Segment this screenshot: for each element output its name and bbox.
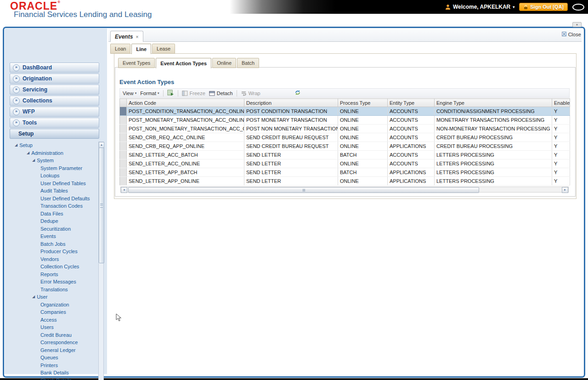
column-header[interactable]: Action Code	[127, 99, 244, 107]
accordion-item[interactable]: » Servicing	[10, 85, 99, 95]
table-horizontal-scrollbar[interactable]: ◄ ►	[120, 187, 569, 193]
tab[interactable]: Line	[131, 44, 151, 54]
cell-process-type[interactable]: ONLINE	[338, 107, 388, 116]
cell-engine-type[interactable]: MONETRARY TRANSACTIONS PROCESSING	[435, 116, 552, 125]
cell-engine-type[interactable]: LETTERS PROCESSING	[435, 168, 552, 177]
cell-process-type[interactable]: ONLINE	[338, 116, 388, 125]
tree-item[interactable]: ◢ Bank Details	[10, 369, 97, 377]
accordion-item[interactable]: » Collections	[10, 96, 99, 106]
tree-item[interactable]: ◢ System	[10, 157, 97, 164]
cell-description[interactable]: POST MONETARY TRANSACTION	[244, 116, 338, 125]
scroll-left-button[interactable]: ◄	[121, 187, 127, 193]
subtab[interactable]: Event Types	[118, 58, 155, 68]
cell-action-code[interactable]: SEND_LETTER_APP_ONLINE	[127, 177, 244, 186]
tree-item[interactable]: ◢ User Defined Tables	[10, 180, 97, 187]
chat-bubble-icon[interactable]	[572, 4, 584, 11]
cell-description[interactable]: SEND LETTER	[244, 159, 338, 168]
tree-item[interactable]: ◢ Users	[10, 323, 97, 331]
cell-action-code[interactable]: SEND_CRB_REQ_APP_ONLINE	[127, 142, 244, 151]
tree-item[interactable]: ◢ System Parameter	[10, 164, 97, 172]
tree-item[interactable]: ◢ User	[10, 293, 97, 301]
tree-item[interactable]: ◢ Vendors	[10, 255, 97, 263]
cell-entity-type[interactable]: APPLICATIONS	[388, 177, 435, 186]
table-row[interactable]: POST_MONETARY_TRANSACTION_ACC_ONLINE POS…	[120, 116, 570, 125]
subtab[interactable]: Online	[212, 58, 236, 68]
accordion-item[interactable]: » WFP	[10, 107, 99, 117]
row-selector[interactable]	[120, 151, 127, 159]
cell-engine-type[interactable]: CREDIT BUREAU PROCESSING	[435, 133, 552, 142]
cell-action-code[interactable]: SEND_LETTER_ACC_BATCH	[127, 151, 244, 159]
accordion-item-setup[interactable]: Setup	[10, 129, 99, 139]
cell-enabled[interactable]: Y	[552, 125, 570, 133]
tree-item[interactable]: ◢ Reports	[10, 271, 97, 278]
tree-item[interactable]: ◢ Credit Bureau	[10, 331, 97, 339]
cell-enabled[interactable]: Y	[552, 107, 570, 116]
cell-enabled[interactable]: Y	[552, 177, 570, 186]
tree-item[interactable]: ◢ Lookups	[10, 172, 97, 180]
row-selector[interactable]	[120, 177, 127, 186]
cell-entity-type[interactable]: ACCOUNTS	[388, 159, 435, 168]
cell-entity-type[interactable]: APPLICATIONS	[388, 168, 435, 177]
tree-item[interactable]: ◢ Transaction Codes	[10, 202, 97, 210]
tree-item[interactable]: ◢ User Defined Defaults	[10, 195, 97, 203]
tree-item[interactable]: ◢ Check Details	[10, 377, 97, 380]
view-menu[interactable]: View ▾	[123, 91, 136, 96]
cell-entity-type[interactable]: APPLICATIONS	[388, 142, 435, 151]
cell-description[interactable]: POST CONDITION TRANSACTION	[244, 107, 338, 116]
tree-item[interactable]: ◢ Organization	[10, 301, 97, 309]
tree-item[interactable]: ◢ Data Files	[10, 210, 97, 218]
cell-entity-type[interactable]: ACCOUNTS	[388, 151, 435, 159]
tree-expander-icon[interactable]: ◢	[27, 151, 29, 155]
tree-item[interactable]: ◢ Batch Jobs	[10, 240, 97, 248]
cell-process-type[interactable]: ONLINE	[338, 177, 388, 186]
column-header[interactable]: Entity Type	[388, 99, 435, 107]
cell-enabled[interactable]: Y	[552, 151, 570, 159]
cell-enabled[interactable]: Y	[552, 133, 570, 142]
column-header[interactable]: Engine Type	[435, 99, 552, 107]
tab[interactable]: Loan	[110, 44, 130, 54]
table-row[interactable]: SEND_LETTER_ACC_BATCH SEND LETTER BATCH …	[120, 151, 570, 159]
tree-item[interactable]: ◢ Error Messages	[10, 278, 97, 286]
cell-engine-type[interactable]: CREDIT BUREAU PROCESSING	[435, 142, 552, 151]
subtab[interactable]: Event Action Types	[156, 58, 211, 68]
cell-engine-type[interactable]: LETTERS PROCESSING	[435, 151, 552, 159]
column-header[interactable]: Description	[244, 99, 338, 107]
cell-enabled[interactable]: Y	[552, 116, 570, 125]
wrap-button[interactable]: Wrap	[241, 91, 260, 96]
cell-entity-type[interactable]: ACCOUNTS	[388, 107, 435, 116]
row-selector[interactable]	[120, 116, 127, 125]
cell-action-code[interactable]: SEND_CRB_REQ_ACC_ONLINE	[127, 133, 244, 142]
tree-item[interactable]: ◢ Access	[10, 316, 97, 324]
cell-engine-type[interactable]: LETTERS PROCESSING	[435, 159, 552, 168]
cell-action-code[interactable]: POST_MONETARY_TRANSACTION_ACC_ONLINE	[127, 116, 244, 125]
cell-entity-type[interactable]: ACCOUNTS	[388, 133, 435, 142]
cell-engine-type[interactable]: CONDITION/ASSIGNMENT PROCESSING	[435, 107, 552, 116]
row-selector[interactable]	[120, 159, 127, 168]
cell-description[interactable]: POST NON MONETARY TRANSACTION	[244, 125, 338, 133]
row-selector[interactable]	[120, 107, 127, 116]
cell-process-type[interactable]: BATCH	[338, 151, 388, 159]
column-header[interactable]: Enabled	[552, 99, 570, 107]
refresh-icon[interactable]	[294, 90, 301, 96]
tree-expander-icon[interactable]: ◢	[32, 159, 35, 162]
cell-action-code[interactable]: POST_NON_MONETARY_TRANSACTION_ACC_ON...	[127, 125, 244, 133]
cell-description[interactable]: SEND CREDIT BUREAU REQUEST	[244, 133, 338, 142]
tree-item[interactable]: ◢ Producer Cycles	[10, 248, 97, 255]
tree-item[interactable]: ◢ Companies	[10, 308, 97, 316]
accordion-item[interactable]: » DashBoard	[10, 62, 99, 73]
freeze-button[interactable]: Freeze	[182, 91, 205, 96]
format-menu[interactable]: Format ▾	[140, 91, 159, 96]
scroll-right-button[interactable]: ►	[562, 187, 568, 193]
accordion-item[interactable]: » Tools	[10, 118, 99, 128]
cell-description[interactable]: SEND LETTER	[244, 151, 338, 159]
scrollbar-thumb[interactable]	[128, 187, 479, 193]
export-to-excel-icon[interactable]	[167, 90, 174, 97]
collapse-header-button[interactable]: ▲	[572, 22, 582, 27]
cell-process-type[interactable]: ONLINE	[338, 142, 388, 151]
cell-description[interactable]: SEND CREDIT BUREAU REQUEST	[244, 142, 338, 151]
table-row[interactable]: SEND_LETTER_ACC_ONLINE SEND LETTER ONLIN…	[120, 159, 570, 168]
cell-action-code[interactable]: SEND_LETTER_APP_BATCH	[127, 168, 244, 177]
cell-enabled[interactable]: Y	[552, 159, 570, 168]
cell-action-code[interactable]: POST_CONDITION_TRANSACTION_ACC_ONLINE	[127, 107, 244, 116]
row-selector[interactable]	[120, 133, 127, 142]
